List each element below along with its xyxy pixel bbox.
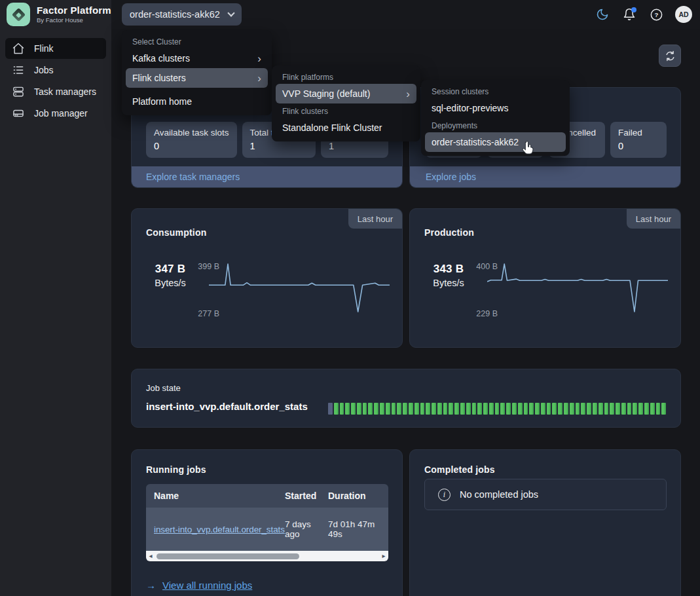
sidebar-item-label: Flink	[34, 43, 54, 54]
chevron-right-icon: ›	[406, 88, 410, 100]
job-state-segment	[477, 403, 482, 415]
chevron-right-icon: ›	[257, 73, 261, 84]
job-state-segment	[558, 403, 562, 415]
view-all-running-jobs-link[interactable]: View all running jobs	[162, 580, 252, 591]
menu-header: Flink clusters	[276, 103, 416, 118]
job-state-segment	[437, 403, 442, 415]
job-state-segment	[351, 403, 356, 415]
task-managers-footer: Explore task managers	[132, 166, 402, 187]
empty-message: No completed jobs	[460, 489, 538, 500]
job-state-segment	[495, 403, 500, 415]
user-avatar[interactable]: AD	[675, 6, 692, 23]
menu-item-standalone-flink-cluster[interactable]: Standalone Flink Cluster	[276, 118, 416, 138]
job-state-segment	[604, 403, 609, 415]
job-state-segment	[449, 403, 453, 415]
dark-mode-toggle[interactable]	[595, 7, 610, 22]
help-button[interactable]: ?	[648, 7, 664, 22]
moon-icon	[596, 8, 609, 21]
chart-title: Production	[424, 227, 474, 238]
menu-item-platform-home[interactable]: Platform home	[126, 92, 268, 111]
factor-logo-icon	[7, 3, 30, 26]
notifications-button[interactable]	[621, 7, 637, 22]
job-state-segment	[633, 403, 637, 415]
menu-item-sql-editor-previews[interactable]: sql-editor-previews	[425, 98, 566, 118]
job-state-segment	[403, 403, 407, 415]
production-sparkline	[487, 256, 668, 322]
deployments-submenu: Session clusters sql-editor-previews Dep…	[421, 80, 570, 156]
job-state-segment	[547, 403, 551, 415]
job-state-segment	[535, 403, 540, 415]
refresh-icon	[665, 50, 676, 62]
job-state-bar	[328, 403, 666, 415]
job-state-job-name: insert-into_vvp.default.order_stats	[146, 401, 308, 412]
stat-card-available-task-slots: Available task slots 0	[146, 122, 237, 158]
job-state-segment	[334, 403, 339, 415]
production-chart-panel: Last hour Production 343 B Bytes/s 400 B…	[409, 208, 681, 348]
scroll-right-arrow-icon[interactable]: ▸	[379, 551, 388, 561]
stat-value: 1	[329, 141, 380, 152]
running-jobs-panel: Running jobs Name Started Duration inser…	[131, 449, 403, 596]
job-state-segment	[644, 403, 649, 415]
job-state-segment	[512, 403, 517, 415]
menu-item-vvp-staging[interactable]: VVP Staging (default) ›	[276, 84, 416, 103]
job-state-segment	[627, 403, 632, 415]
job-state-segment	[472, 403, 477, 415]
cluster-selector-button[interactable]: order-statistics-akk62	[122, 3, 242, 26]
scrollbar-thumb[interactable]	[157, 553, 299, 559]
sidebar-item-label: Job manager	[34, 108, 88, 119]
job-state-segment	[345, 403, 350, 415]
menu-header: Select Cluster	[126, 34, 268, 48]
scroll-left-arrow-icon[interactable]: ◂	[146, 551, 155, 561]
job-name-link[interactable]: insert-into_vvp.default.order_stats	[154, 525, 285, 534]
job-state-segment	[363, 403, 367, 415]
menu-item-kafka-clusters[interactable]: Kafka clusters ›	[126, 48, 268, 68]
column-header-started: Started	[285, 491, 328, 501]
help-icon: ?	[650, 8, 663, 22]
running-jobs-table: Name Started Duration insert-into_vvp.de…	[146, 484, 388, 561]
menu-header: Flink platforms	[276, 69, 416, 84]
menu-item-flink-clusters[interactable]: Flink clusters ›	[126, 68, 268, 88]
job-state-segment	[328, 403, 333, 415]
chevron-right-icon: ›	[257, 53, 261, 64]
job-state-segment	[599, 403, 603, 415]
sidebar-item-label: Jobs	[34, 65, 54, 75]
table-row: insert-into_vvp.default.order_stats 7 da…	[146, 508, 388, 551]
menu-item-order-statistics-akk62[interactable]: order-statistics-akk62	[425, 132, 566, 152]
job-state-segment	[374, 403, 378, 415]
sidebar-item-label: Task managers	[34, 86, 96, 97]
arrow-right-icon: →	[146, 580, 156, 591]
server-icon	[12, 107, 25, 120]
job-state-segment	[460, 403, 465, 415]
jobs-footer: Explore jobs	[410, 166, 680, 187]
horizontal-scrollbar[interactable]: ◂ ▸	[146, 551, 388, 561]
job-state-segment	[529, 403, 534, 415]
sidebar-item-task-managers[interactable]: Task managers	[5, 81, 106, 102]
sidebar-item-job-manager[interactable]: Job manager	[5, 103, 106, 124]
table-header: Name Started Duration	[146, 484, 388, 508]
job-state-segment	[414, 403, 419, 415]
explore-task-managers-link[interactable]: Explore task managers	[146, 172, 240, 182]
sidebar-item-flink[interactable]: Flink	[5, 38, 106, 59]
job-state-segment	[541, 403, 545, 415]
job-state-segment	[564, 403, 568, 415]
job-state-segment	[380, 403, 384, 415]
stat-value: 1	[250, 141, 308, 152]
sidebar: Flink Jobs Task managers Job manager	[0, 29, 111, 596]
job-state-segment	[581, 403, 585, 415]
job-state-segment	[443, 403, 448, 415]
job-state-label: Job state	[146, 383, 181, 393]
job-state-segment	[638, 403, 643, 415]
job-state-segment	[357, 403, 361, 415]
current-unit: Bytes/s	[424, 278, 473, 288]
job-state-segment	[489, 403, 494, 415]
consumption-sparkline	[209, 256, 390, 322]
info-icon: i	[438, 489, 451, 501]
sidebar-item-jobs[interactable]: Jobs	[5, 60, 106, 81]
cluster-selector-value: order-statistics-akk62	[130, 9, 220, 20]
chevron-down-icon	[227, 9, 234, 16]
refresh-button[interactable]	[659, 45, 681, 67]
job-state-segment	[397, 403, 401, 415]
explore-jobs-link[interactable]: Explore jobs	[426, 172, 476, 182]
job-state-panel: Job state insert-into_vvp.default.order_…	[131, 369, 681, 428]
job-state-segment	[426, 403, 430, 415]
